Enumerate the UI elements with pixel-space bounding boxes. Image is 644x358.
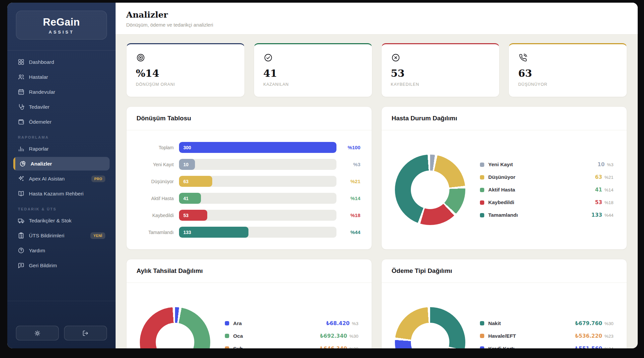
phone-icon — [518, 53, 528, 62]
sidebar-item-analizler[interactable]: Analizler — [13, 157, 110, 171]
legend-value: 63 — [595, 174, 602, 180]
legend-item: Kaybedildi 53%18 — [480, 196, 613, 209]
sidebar-item-hasta-kazanim-rehberi[interactable]: Hasta Kazanım Rehberi — [13, 187, 110, 200]
logo-title: ReGain — [20, 16, 103, 28]
bar-percent: %14 — [342, 195, 360, 201]
sidebar-item-uts-bildirimleri[interactable]: ÜTS BildirimleriYENİ — [13, 229, 110, 242]
nav-section-label: RAPORLAMA — [18, 135, 105, 139]
bar-row: Aktif Hasta 41 %14 — [138, 193, 360, 204]
dashboard-grid-icon — [18, 59, 25, 65]
legend-label: Nakit — [488, 320, 501, 326]
sidebar-item-hastalar[interactable]: Hastalar — [13, 70, 110, 84]
bar-label: Kaybedildi — [138, 213, 174, 218]
bar-row: Yeni Kayıt 10 %3 — [138, 159, 360, 170]
sidebar-item-label: ÜTS Bildirimleri — [29, 233, 64, 239]
legend-item: Tamamlandı 133%44 — [480, 209, 613, 221]
legend-label: Kaybedildi — [488, 199, 514, 205]
legend-percent: %21 — [604, 175, 613, 180]
stethoscope-icon — [18, 103, 25, 110]
bar-label: Yeni Kayıt — [138, 162, 174, 167]
bar-fill: 133 — [179, 227, 248, 238]
legend-value: ₺68.420 — [326, 320, 350, 326]
legend-swatch — [480, 213, 484, 217]
legend-swatch — [225, 321, 229, 325]
sidebar-item-odemeler[interactable]: Ödemeler — [13, 115, 110, 129]
sidebar-item-label: Hastalar — [29, 74, 48, 80]
theme-toggle-button[interactable] — [16, 326, 59, 340]
legend-swatch — [480, 163, 484, 167]
stat-card: %14 DÖNÜŞÜM ORANI — [126, 43, 245, 97]
bar-row: Tamamlandı 133 %44 — [138, 227, 360, 238]
stat-label: KAZANILAN — [263, 82, 363, 87]
stat-value: 53 — [391, 68, 490, 78]
monthly-collection-card: Aylık Tahsilat Dağılımı Ara ₺68.420%3 Oc… — [126, 259, 372, 348]
legend-value: 133 — [592, 212, 602, 218]
legend-value: 53 — [595, 199, 602, 205]
legend-item: Aktif Hasta 41%14 — [480, 183, 613, 196]
charts-grid-top: Dönüşüm Tablosu Toplam 300 %100Yeni Kayı… — [126, 106, 627, 250]
legend-percent: %28 — [349, 346, 358, 349]
legend-value: ₺692.340 — [320, 333, 347, 339]
check-circle-icon — [263, 53, 273, 62]
sidebar-item-geri-bildirim[interactable]: Geri Bildirim — [13, 259, 110, 272]
stats-row: %14 DÖNÜŞÜM ORANI 41 KAZANILAN 53 KAYBED… — [126, 43, 627, 97]
logout-button[interactable] — [64, 326, 107, 340]
sidebar-item-label: Raporlar — [29, 146, 48, 152]
sidebar-item-randevular[interactable]: Randevular — [13, 85, 110, 99]
sidebar-item-apex-ai-asistan[interactable]: Apex AI AsistanPRO — [13, 172, 110, 185]
sidebar-item-raporlar[interactable]: Raporlar — [13, 142, 110, 156]
legend-label: Tamamlandı — [488, 212, 518, 218]
sidebar-item-tedaviler[interactable]: Tedaviler — [13, 100, 110, 114]
patient-status-card: Hasta Durum Dağılımı Yeni Kayıt 10%3 Düş… — [381, 106, 627, 250]
legend-swatch — [480, 334, 484, 338]
legend-percent: %18 — [604, 200, 613, 205]
sidebar-item-label: Tedaviler — [29, 104, 49, 110]
help-circle-icon — [18, 247, 25, 254]
card-title: Aylık Tahsilat Dağılımı — [127, 259, 372, 283]
monthly-collection-donut-chart — [140, 307, 210, 349]
bar-label: Toplam — [138, 145, 174, 150]
sidebar-item-label: Randevular — [29, 89, 55, 95]
main-area: Analizler Dönüşüm, ödeme ve tedarikçi an… — [116, 3, 638, 348]
legend-swatch — [480, 200, 484, 205]
bar-row: Düşünüyor 63 %21 — [138, 176, 360, 187]
stat-value: 41 — [263, 68, 363, 78]
patient-status-legend: Yeni Kayıt 10%3 Düşünüyor 63%21 Aktif Ha… — [480, 158, 613, 221]
sidebar-item-label: Ödemeler — [29, 119, 51, 125]
bar-fill: 41 — [179, 193, 201, 204]
bar-track: 133 — [179, 227, 336, 238]
clipboard-icon — [18, 232, 25, 239]
page-title: Analizler — [126, 10, 627, 20]
stat-label: KAYBEDILEN — [391, 82, 490, 87]
sidebar-item-tedarikciler-stok[interactable]: Tedarikçiler & Stok — [13, 214, 110, 227]
legend-percent: %23 — [604, 334, 613, 339]
legend-label: Şub — [233, 346, 243, 349]
legend-value: ₺646.340 — [320, 346, 347, 349]
sidebar-item-dashboard[interactable]: Dashboard — [13, 55, 110, 69]
sidebar-item-label: Tedarikçiler & Stok — [29, 218, 71, 224]
legend-label: Kredi Kartı — [488, 346, 514, 349]
bar-value: 10 — [183, 162, 189, 167]
legend-item: Ara ₺68.420%3 — [225, 317, 358, 330]
legend-swatch — [480, 321, 484, 325]
bar-fill: 10 — [179, 159, 195, 170]
legend-item: Kredi Kartı ₺551.560%24 — [480, 342, 613, 349]
sidebar-item-label: Analizler — [31, 161, 52, 167]
users-icon — [18, 73, 25, 80]
bar-value: 41 — [183, 196, 189, 201]
legend-label: Havale/EFT — [488, 333, 516, 339]
sparkles-icon — [18, 175, 25, 182]
sidebar-nav: DashboardHastalarRandevularTedavilerÖdem… — [7, 54, 116, 301]
target-icon — [136, 53, 145, 62]
stat-card: 63 DÜŞÜNÜYOR — [508, 43, 627, 97]
bar-track: 41 — [179, 193, 336, 204]
card-title: Ödeme Tipi Dağılımı — [382, 259, 627, 283]
legend-item: Yeni Kayıt 10%3 — [480, 158, 613, 171]
content: %14 DÖNÜŞÜM ORANI 41 KAZANILAN 53 KAYBED… — [116, 35, 638, 348]
stat-value: %14 — [136, 68, 235, 78]
stat-label: DÖNÜŞÜM ORANI — [136, 82, 235, 87]
sidebar-item-yardim[interactable]: Yardım — [13, 244, 110, 257]
legend-swatch — [480, 188, 484, 192]
sidebar-item-label: Geri Bildirim — [29, 263, 57, 269]
payment-type-card: Ödeme Tipi Dağılımı Nakit ₺679.760%30 Ha… — [381, 259, 627, 348]
